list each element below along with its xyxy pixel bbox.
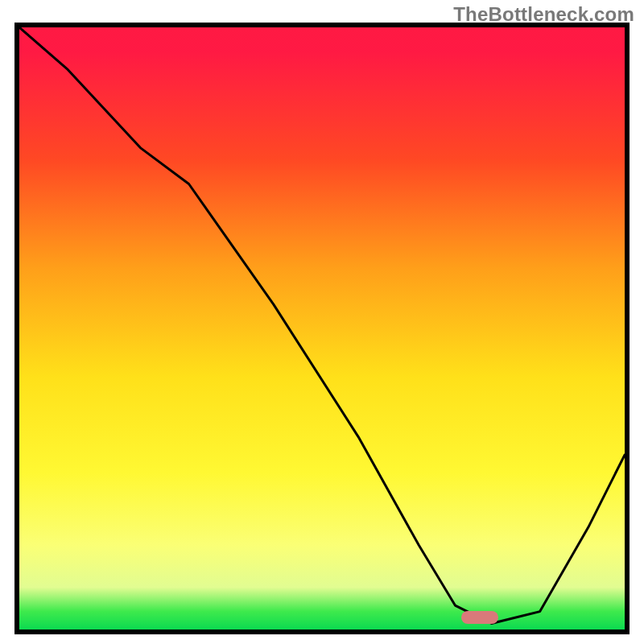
optimum-marker <box>461 611 498 624</box>
watermark-text: TheBottleneck.com <box>453 3 634 26</box>
bottleneck-curve <box>19 27 625 630</box>
plot-area <box>14 23 630 634</box>
chart-container: TheBottleneck.com <box>0 0 644 644</box>
